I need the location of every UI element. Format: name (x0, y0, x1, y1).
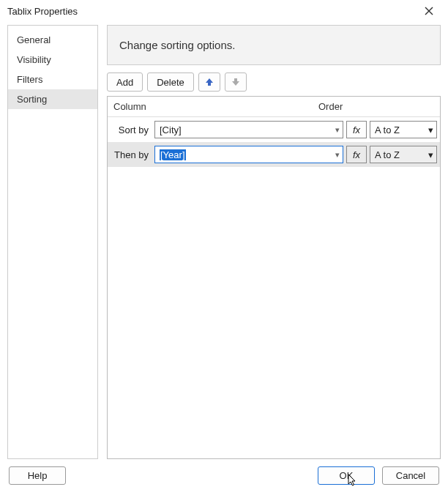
add-button[interactable]: Add (107, 72, 143, 92)
chevron-down-icon: ▾ (335, 150, 340, 160)
fx-icon: fx (353, 124, 360, 135)
arrow-down-icon (231, 78, 240, 86)
column-value: [Year] (160, 149, 335, 160)
expression-button[interactable]: fx (346, 121, 367, 138)
order-combo[interactable]: A to Z ▾ (370, 146, 437, 163)
ok-label: OK (340, 470, 354, 481)
sidebar-item-general[interactable]: General (8, 30, 97, 50)
cancel-button[interactable]: Cancel (382, 466, 439, 485)
fx-icon: fx (353, 149, 360, 160)
sort-row[interactable]: Then by [Year] ▾ fx A to Z ▾ (108, 142, 440, 167)
chevron-down-icon: ▾ (428, 149, 433, 160)
dialog-title: Tablix Properties (7, 6, 416, 17)
panel-heading: Change sorting options. (107, 25, 441, 65)
order-combo[interactable]: A to Z ▾ (370, 121, 437, 138)
column-header-column: Column (108, 97, 313, 116)
close-button[interactable] (416, 1, 442, 21)
main-panel: Change sorting options. Add Delete C (107, 25, 441, 459)
sort-toolbar: Add Delete (107, 72, 441, 92)
chevron-down-icon: ▾ (335, 125, 340, 135)
column-value: [City] (160, 124, 335, 135)
sidebar: General Visibility Filters Sorting (7, 25, 98, 459)
help-button[interactable]: Help (9, 466, 66, 485)
expression-button[interactable]: fx (346, 146, 367, 163)
arrow-up-icon (205, 78, 214, 86)
order-value: A to Z (375, 149, 428, 160)
delete-button[interactable]: Delete (147, 72, 194, 92)
ok-button[interactable]: OK (318, 466, 375, 485)
sidebar-item-filters[interactable]: Filters (8, 70, 97, 89)
sidebar-item-sorting[interactable]: Sorting (8, 89, 97, 109)
chevron-down-icon: ▾ (428, 124, 433, 135)
sidebar-item-visibility[interactable]: Visibility (8, 50, 97, 70)
grid-header: Column Order (108, 97, 440, 117)
move-down-button[interactable] (225, 72, 247, 92)
tablix-properties-dialog: Tablix Properties General Visibility Fil… (0, 0, 448, 495)
dialog-body: General Visibility Filters Sorting Chang… (0, 22, 448, 459)
titlebar: Tablix Properties (0, 0, 448, 22)
sort-row[interactable]: Sort by [City] ▾ fx A to Z ▾ (108, 117, 440, 142)
move-up-button[interactable] (198, 72, 220, 92)
row-label: Sort by (111, 124, 152, 135)
close-icon (425, 7, 433, 15)
sort-grid: Column Order Sort by [City] ▾ fx A to Z … (107, 96, 441, 459)
row-label: Then by (111, 149, 152, 160)
dialog-footer: Help OK Cancel (0, 459, 448, 495)
order-value: A to Z (375, 124, 428, 135)
column-combo[interactable]: [Year] ▾ (154, 146, 343, 163)
column-combo[interactable]: [City] ▾ (154, 121, 343, 138)
column-header-order: Order (313, 97, 440, 116)
